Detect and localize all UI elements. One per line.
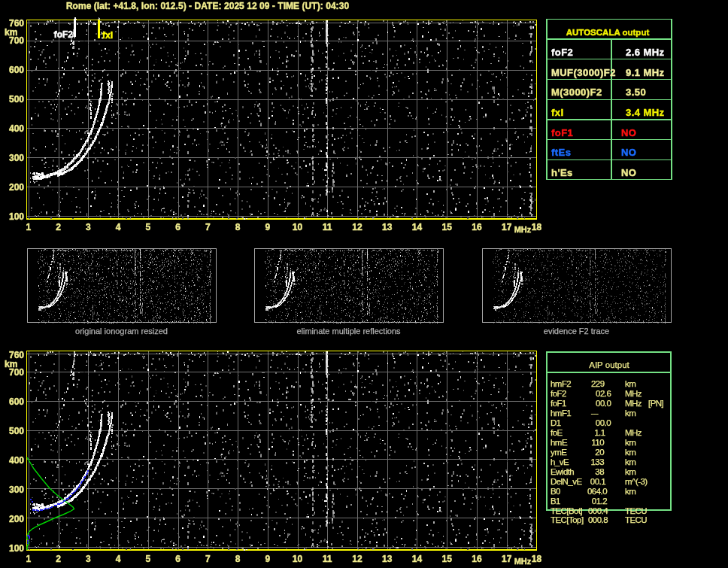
svg-text:MHz: MHz <box>625 428 642 437</box>
svg-text:133: 133 <box>590 457 604 466</box>
svg-text:13: 13 <box>382 222 393 232</box>
svg-text:MUF(3000)F2: MUF(3000)F2 <box>551 67 616 78</box>
svg-text:km: km <box>5 27 17 38</box>
svg-text:hmF1: hmF1 <box>551 409 571 418</box>
svg-text:MHz: MHz <box>514 225 532 234</box>
svg-text:10: 10 <box>293 554 303 564</box>
svg-text:500: 500 <box>9 94 24 105</box>
svg-text:NO: NO <box>621 127 636 138</box>
svg-text:3.50: 3.50 <box>626 87 646 98</box>
svg-text:064.0: 064.0 <box>587 487 607 496</box>
svg-text:2: 2 <box>56 554 61 564</box>
svg-text:foF2: foF2 <box>551 47 573 58</box>
svg-text:km: km <box>625 438 635 447</box>
svg-text:5: 5 <box>145 554 150 564</box>
svg-text:4: 4 <box>116 554 121 564</box>
svg-text:400: 400 <box>9 123 24 134</box>
svg-text:h_vE: h_vE <box>551 457 569 466</box>
svg-text:D1: D1 <box>551 418 561 427</box>
svg-text:km: km <box>625 379 635 388</box>
svg-text:9.1 MHz: 9.1 MHz <box>626 67 665 78</box>
svg-text:5: 5 <box>145 222 150 232</box>
svg-text:[PN]: [PN] <box>648 399 664 408</box>
svg-text:ymE: ymE <box>551 448 567 457</box>
svg-text:TECU: TECU <box>625 515 647 524</box>
svg-text:00.0: 00.0 <box>596 399 611 408</box>
svg-text:6: 6 <box>175 554 180 564</box>
svg-text:NO: NO <box>621 167 636 178</box>
svg-text:fxI: fxI <box>551 107 564 118</box>
svg-text:---: --- <box>591 409 599 418</box>
svg-text:11: 11 <box>323 222 332 232</box>
svg-text:2: 2 <box>56 222 61 232</box>
svg-text:17: 17 <box>502 222 512 232</box>
svg-text:foE: foE <box>551 428 563 437</box>
svg-text:m^(-3): m^(-3) <box>625 477 648 486</box>
svg-text:15: 15 <box>442 222 453 232</box>
svg-text:TEC[Top]: TEC[Top] <box>551 515 584 524</box>
svg-text:01.2: 01.2 <box>592 497 607 506</box>
svg-text:12: 12 <box>352 222 362 232</box>
svg-text:16: 16 <box>472 222 482 232</box>
svg-text:00.1: 00.1 <box>590 477 605 486</box>
svg-text:110: 110 <box>591 438 604 447</box>
svg-text:8: 8 <box>235 554 241 564</box>
svg-text:MHz: MHz <box>625 389 642 398</box>
svg-text:foF1: foF1 <box>551 127 573 138</box>
svg-text:B0: B0 <box>551 487 560 496</box>
svg-text:18: 18 <box>532 554 542 564</box>
svg-text:km: km <box>625 448 635 457</box>
svg-text:18: 18 <box>532 222 542 232</box>
svg-text:500: 500 <box>9 426 24 436</box>
svg-text:000.8: 000.8 <box>588 515 608 524</box>
svg-text:AUTOSCALA output: AUTOSCALA output <box>566 28 650 37</box>
svg-text:3: 3 <box>86 222 91 232</box>
svg-text:17: 17 <box>502 554 512 564</box>
svg-text:AIP output: AIP output <box>589 360 629 369</box>
svg-text:Rome (lat: +41.8, lon: 012.5): Rome (lat: +41.8, lon: 012.5) - DATE: 20… <box>66 1 350 11</box>
svg-text:00.0: 00.0 <box>596 418 611 427</box>
svg-text:12: 12 <box>352 554 362 564</box>
svg-text:km: km <box>625 409 635 418</box>
svg-text:6: 6 <box>175 222 180 232</box>
svg-text:10: 10 <box>293 222 303 232</box>
svg-text:229: 229 <box>591 379 605 388</box>
svg-text:3: 3 <box>86 554 91 564</box>
svg-text:4: 4 <box>116 222 121 232</box>
svg-text:ftEs: ftEs <box>551 147 571 158</box>
svg-text:300: 300 <box>9 484 24 495</box>
svg-text:fxI: fxI <box>102 30 113 41</box>
svg-text:20: 20 <box>595 448 604 457</box>
svg-text:h'Es: h'Es <box>551 167 573 178</box>
svg-text:14: 14 <box>412 222 423 232</box>
svg-text:100: 100 <box>9 543 24 554</box>
svg-text:14: 14 <box>412 554 423 564</box>
svg-text:8: 8 <box>235 222 241 232</box>
svg-text:km: km <box>625 457 635 466</box>
svg-text:M(3000)F2: M(3000)F2 <box>551 87 602 98</box>
svg-text:DelN_vE: DelN_vE <box>551 477 582 486</box>
svg-text:600: 600 <box>9 396 24 407</box>
svg-text:original ionogram resized: original ionogram resized <box>75 327 168 336</box>
svg-text:3.4 MHz: 3.4 MHz <box>626 107 665 118</box>
svg-text:eliminate multiple reflections: eliminate multiple reflections <box>296 327 401 336</box>
svg-text:hmE: hmE <box>551 438 568 447</box>
svg-text:km: km <box>5 359 17 369</box>
svg-text:hmF2: hmF2 <box>551 379 571 388</box>
svg-text:MHz: MHz <box>625 399 642 408</box>
svg-text:000.4: 000.4 <box>588 506 608 515</box>
svg-text:TEC[Bot]: TEC[Bot] <box>551 506 583 515</box>
svg-text:02.6: 02.6 <box>596 389 611 398</box>
svg-text:7: 7 <box>205 222 211 232</box>
svg-text:Ewidth: Ewidth <box>551 467 574 476</box>
svg-text:16: 16 <box>472 554 482 564</box>
svg-text:200: 200 <box>9 514 24 524</box>
svg-text:1: 1 <box>26 554 31 564</box>
svg-text:600: 600 <box>9 65 24 75</box>
svg-text:38: 38 <box>595 467 604 476</box>
svg-text:15: 15 <box>442 554 453 564</box>
svg-text:200: 200 <box>9 182 24 193</box>
svg-text:km: km <box>625 487 635 496</box>
svg-text:NO: NO <box>621 147 636 158</box>
svg-text:MHz: MHz <box>514 557 532 566</box>
